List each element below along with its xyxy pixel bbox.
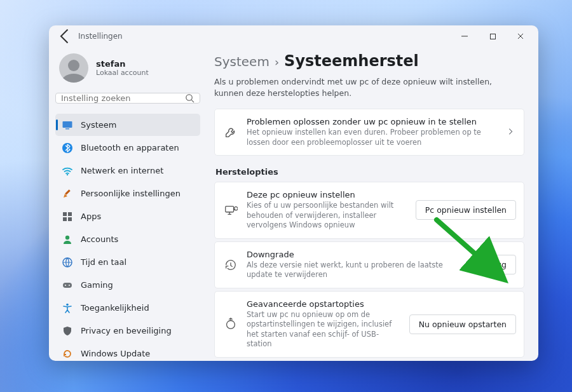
maximize-button[interactable]	[479, 27, 507, 46]
recovery-section-label: Herstelopties	[215, 167, 524, 177]
option-subtitle: Start uw pc nu opnieuw op om de opstarti…	[247, 310, 400, 349]
troubleshoot-card[interactable]: Problemen oplossen zonder uw pc opnieuw …	[214, 109, 524, 156]
titlebar: Instellingen	[49, 25, 538, 47]
svg-rect-7	[63, 212, 67, 216]
accessibility-icon	[62, 302, 73, 314]
troubleshoot-subtitle: Het opnieuw instellen kan even duren. Pr…	[247, 128, 497, 147]
sidebar-item-label: Apps	[81, 212, 101, 221]
svg-point-11	[65, 235, 69, 239]
network-icon	[62, 165, 73, 177]
svg-rect-9	[63, 217, 67, 221]
sidebar-item-label: Gaming	[81, 280, 113, 290]
minimize-button[interactable]	[451, 27, 479, 46]
sidebar-item-label: Netwerk en internet	[81, 166, 163, 175]
main-content: Systeem › Systeemherstel Als u problemen…	[207, 47, 538, 361]
search-input[interactable]	[61, 93, 175, 103]
go-back-button[interactable]: Terug	[475, 255, 516, 274]
svg-rect-0	[490, 34, 495, 39]
nav: Systeem Bluetooth en apparaten Netwerk e…	[55, 114, 200, 361]
restart-now-button[interactable]: Nu opnieuw opstarten	[409, 314, 516, 334]
sidebar-item-gaming[interactable]: Gaming	[55, 274, 200, 296]
bluetooth-icon	[62, 142, 73, 154]
sidebar-item-label: Systeem	[81, 120, 116, 130]
intro-text: Als u problemen ondervindt met uw pc of …	[214, 76, 513, 98]
breadcrumb-parent[interactable]: Systeem	[214, 54, 269, 69]
svg-point-15	[69, 285, 70, 286]
windows-update-icon	[62, 348, 73, 360]
chevron-right-icon	[506, 126, 515, 139]
sidebar-item-privacy[interactable]: Privacy en beveiliging	[55, 320, 200, 342]
accounts-icon	[62, 234, 73, 245]
system-icon	[62, 119, 73, 131]
sidebar-item-network[interactable]: Netwerk en internet	[55, 159, 200, 182]
sidebar-item-label: Persoonlijke instellingen	[81, 189, 180, 198]
sidebar-item-label: Accounts	[81, 234, 118, 244]
svg-rect-2	[63, 121, 72, 128]
user-name: stefan	[96, 59, 149, 69]
gaming-icon	[62, 280, 73, 291]
svg-rect-6	[65, 189, 70, 194]
restart-icon	[224, 317, 238, 331]
svg-rect-3	[65, 128, 69, 130]
search-box[interactable]	[55, 93, 200, 104]
option-subtitle: Kies of u uw persoonlijke bestanden wilt…	[247, 201, 407, 231]
troubleshoot-title: Problemen oplossen zonder uw pc opnieuw …	[247, 117, 497, 126]
back-button[interactable]	[57, 27, 74, 45]
window-controls	[451, 27, 535, 46]
sidebar-item-label: Privacy en beveiliging	[81, 326, 172, 335]
avatar	[59, 53, 88, 83]
svg-point-1	[186, 95, 192, 100]
settings-window: Instellingen stefan Lokaal account	[49, 25, 538, 361]
option-title: Geavanceerde opstartopties	[247, 299, 400, 309]
minimize-icon	[461, 32, 468, 40]
option-reset-pc: Deze pc opnieuw instellen Kies of u uw p…	[214, 182, 524, 239]
svg-rect-8	[68, 212, 72, 216]
history-icon	[224, 258, 238, 272]
user-subtitle: Lokaal account	[96, 69, 149, 77]
sidebar-item-apps[interactable]: Apps	[55, 205, 200, 227]
page-title: Systeemherstel	[284, 52, 419, 70]
privacy-icon	[62, 325, 73, 337]
search-icon	[185, 93, 194, 103]
recovery-options: Deze pc opnieuw instellen Kies of u uw p…	[214, 182, 524, 358]
svg-point-14	[65, 285, 66, 286]
option-advanced-startup: Geavanceerde opstartopties Start uw pc n…	[214, 291, 524, 358]
svg-rect-13	[63, 283, 72, 288]
option-downgrade: Downgrade Als deze versie niet werkt, ku…	[214, 241, 524, 288]
svg-point-18	[227, 321, 235, 329]
option-title: Deze pc opnieuw instellen	[247, 190, 407, 199]
app-title: Instellingen	[78, 32, 123, 41]
svg-rect-10	[68, 217, 72, 221]
sidebar-item-windows-update[interactable]: Windows Update	[55, 342, 200, 361]
sidebar: stefan Lokaal account Systeem Bluetooth …	[49, 47, 207, 361]
sidebar-item-system[interactable]: Systeem	[55, 114, 200, 136]
sidebar-item-label: Tijd en taal	[81, 257, 126, 267]
user-row[interactable]: stefan Lokaal account	[55, 50, 200, 89]
reset-pc-button[interactable]: Pc opnieuw instellen	[416, 200, 516, 220]
reset-icon	[224, 203, 238, 217]
sidebar-item-accessibility[interactable]: Toegankelijkheid	[55, 297, 200, 319]
svg-rect-17	[226, 206, 234, 212]
option-title: Downgrade	[247, 250, 466, 259]
sidebar-item-personalization[interactable]: Persoonlijke instellingen	[55, 182, 200, 205]
svg-point-16	[66, 303, 69, 306]
close-icon	[517, 32, 524, 40]
sidebar-item-accounts[interactable]: Accounts	[55, 228, 200, 250]
breadcrumb-separator: ›	[275, 55, 279, 69]
sidebar-item-label: Bluetooth en apparaten	[81, 143, 179, 152]
personalization-icon	[62, 188, 73, 199]
time-language-icon	[62, 257, 73, 268]
sidebar-item-label: Windows Update	[81, 349, 150, 358]
option-subtitle: Als deze versie niet werkt, kunt u probe…	[247, 260, 466, 280]
arrow-left-icon	[57, 27, 74, 45]
sidebar-item-label: Toegankelijkheid	[81, 303, 149, 313]
maximize-icon	[489, 33, 496, 40]
close-button[interactable]	[507, 27, 535, 46]
wrench-icon	[224, 125, 238, 139]
svg-point-5	[67, 173, 68, 175]
sidebar-item-bluetooth[interactable]: Bluetooth en apparaten	[55, 137, 200, 159]
sidebar-item-time-language[interactable]: Tijd en taal	[55, 251, 200, 273]
breadcrumb: Systeem › Systeemherstel	[214, 52, 524, 70]
apps-icon	[62, 211, 73, 222]
